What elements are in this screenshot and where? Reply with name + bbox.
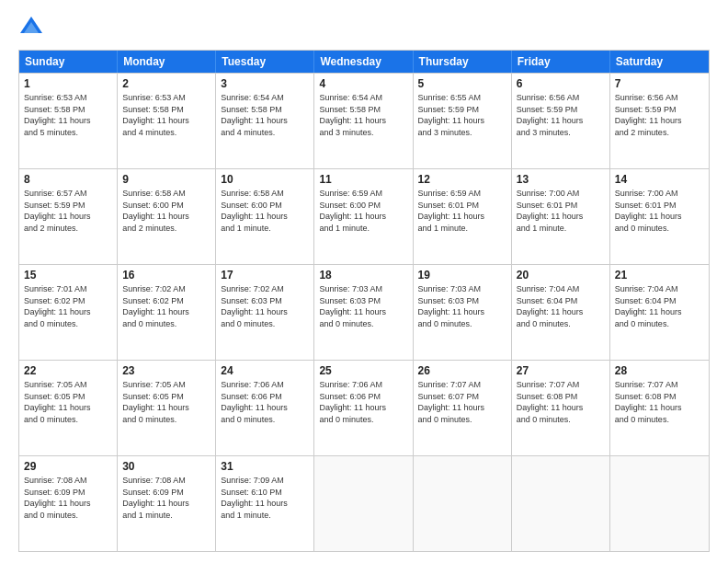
day-info: Sunrise: 6:53 AM Sunset: 5:58 PM Dayligh… [122, 92, 210, 138]
day-number: 11 [319, 173, 407, 186]
calendar-cell: 24Sunrise: 7:06 AM Sunset: 6:06 PM Dayli… [216, 361, 314, 455]
calendar-cell: 25Sunrise: 7:06 AM Sunset: 6:06 PM Dayli… [314, 361, 413, 455]
calendar-cell: 30Sunrise: 7:08 AM Sunset: 6:09 PM Dayli… [118, 456, 216, 551]
day-info: Sunrise: 7:07 AM Sunset: 6:08 PM Dayligh… [615, 379, 704, 425]
calendar-cell: 27Sunrise: 7:07 AM Sunset: 6:08 PM Dayli… [512, 361, 610, 455]
day-number: 14 [615, 173, 704, 186]
calendar-cell: 1Sunrise: 6:53 AM Sunset: 5:58 PM Daylig… [19, 74, 118, 168]
day-info: Sunrise: 7:06 AM Sunset: 6:06 PM Dayligh… [221, 379, 309, 425]
day-info: Sunrise: 7:02 AM Sunset: 6:03 PM Dayligh… [221, 283, 309, 329]
day-number: 15 [24, 269, 112, 282]
day-info: Sunrise: 7:00 AM Sunset: 6:01 PM Dayligh… [517, 188, 605, 234]
calendar-cell: 21Sunrise: 7:04 AM Sunset: 6:04 PM Dayli… [610, 265, 709, 360]
day-number: 18 [319, 269, 407, 282]
day-info: Sunrise: 7:08 AM Sunset: 6:09 PM Dayligh… [24, 475, 112, 521]
day-number: 7 [615, 77, 704, 90]
day-info: Sunrise: 6:59 AM Sunset: 6:01 PM Dayligh… [418, 188, 506, 234]
calendar-cell: 12Sunrise: 6:59 AM Sunset: 6:01 PM Dayli… [414, 169, 512, 264]
calendar-cell [610, 456, 709, 551]
day-info: Sunrise: 7:06 AM Sunset: 6:06 PM Dayligh… [319, 379, 407, 425]
calendar-cell: 22Sunrise: 7:05 AM Sunset: 6:05 PM Dayli… [19, 361, 118, 455]
day-info: Sunrise: 7:07 AM Sunset: 6:07 PM Dayligh… [418, 379, 506, 425]
day-number: 20 [517, 269, 605, 282]
day-number: 23 [122, 364, 210, 377]
day-info: Sunrise: 7:00 AM Sunset: 6:01 PM Dayligh… [615, 188, 704, 234]
calendar-cell: 11Sunrise: 6:59 AM Sunset: 6:00 PM Dayli… [314, 169, 413, 264]
calendar-cell: 7Sunrise: 6:56 AM Sunset: 5:59 PM Daylig… [610, 74, 709, 168]
calendar-cell [314, 456, 413, 551]
calendar-cell: 29Sunrise: 7:08 AM Sunset: 6:09 PM Dayli… [19, 456, 118, 551]
header-day-thursday: Thursday [414, 51, 512, 73]
calendar-cell: 26Sunrise: 7:07 AM Sunset: 6:07 PM Dayli… [414, 361, 512, 455]
day-info: Sunrise: 6:58 AM Sunset: 6:00 PM Dayligh… [221, 188, 309, 234]
day-number: 3 [221, 77, 309, 90]
day-info: Sunrise: 6:56 AM Sunset: 5:59 PM Dayligh… [615, 92, 704, 138]
day-number: 30 [122, 460, 210, 473]
calendar-row-3: 15Sunrise: 7:01 AM Sunset: 6:02 PM Dayli… [19, 264, 709, 360]
day-number: 13 [517, 173, 605, 186]
day-info: Sunrise: 7:07 AM Sunset: 6:08 PM Dayligh… [517, 379, 605, 425]
day-number: 5 [418, 77, 506, 90]
logo-icon [18, 15, 44, 40]
calendar: SundayMondayTuesdayWednesdayThursdayFrid… [18, 50, 710, 552]
calendar-cell: 19Sunrise: 7:03 AM Sunset: 6:03 PM Dayli… [414, 265, 512, 360]
calendar-cell: 9Sunrise: 6:58 AM Sunset: 6:00 PM Daylig… [118, 169, 216, 264]
day-number: 12 [418, 173, 506, 186]
day-number: 8 [24, 173, 112, 186]
calendar-cell: 4Sunrise: 6:54 AM Sunset: 5:58 PM Daylig… [314, 74, 413, 168]
page: SundayMondayTuesdayWednesdayThursdayFrid… [0, 0, 728, 563]
day-info: Sunrise: 7:09 AM Sunset: 6:10 PM Dayligh… [221, 475, 309, 521]
day-info: Sunrise: 7:03 AM Sunset: 6:03 PM Dayligh… [418, 283, 506, 329]
day-number: 22 [24, 364, 112, 377]
day-info: Sunrise: 6:54 AM Sunset: 5:58 PM Dayligh… [319, 92, 407, 138]
calendar-row-4: 22Sunrise: 7:05 AM Sunset: 6:05 PM Dayli… [19, 360, 709, 455]
calendar-header: SundayMondayTuesdayWednesdayThursdayFrid… [19, 51, 709, 73]
calendar-row-1: 1Sunrise: 6:53 AM Sunset: 5:58 PM Daylig… [19, 73, 709, 168]
day-number: 10 [221, 173, 309, 186]
day-number: 4 [319, 77, 407, 90]
calendar-cell: 8Sunrise: 6:57 AM Sunset: 5:59 PM Daylig… [19, 169, 118, 264]
calendar-cell: 2Sunrise: 6:53 AM Sunset: 5:58 PM Daylig… [118, 74, 216, 168]
day-number: 9 [122, 173, 210, 186]
calendar-cell: 5Sunrise: 6:55 AM Sunset: 5:59 PM Daylig… [414, 74, 512, 168]
calendar-cell [512, 456, 610, 551]
calendar-cell: 3Sunrise: 6:54 AM Sunset: 5:58 PM Daylig… [216, 74, 314, 168]
day-info: Sunrise: 7:05 AM Sunset: 6:05 PM Dayligh… [122, 379, 210, 425]
calendar-cell: 15Sunrise: 7:01 AM Sunset: 6:02 PM Dayli… [19, 265, 118, 360]
calendar-cell: 20Sunrise: 7:04 AM Sunset: 6:04 PM Dayli… [512, 265, 610, 360]
day-number: 24 [221, 364, 309, 377]
calendar-body: 1Sunrise: 6:53 AM Sunset: 5:58 PM Daylig… [19, 73, 709, 551]
header-day-friday: Friday [512, 51, 610, 73]
calendar-row-2: 8Sunrise: 6:57 AM Sunset: 5:59 PM Daylig… [19, 168, 709, 264]
calendar-row-5: 29Sunrise: 7:08 AM Sunset: 6:09 PM Dayli… [19, 455, 709, 551]
day-info: Sunrise: 7:01 AM Sunset: 6:02 PM Dayligh… [24, 283, 112, 329]
header-day-sunday: Sunday [19, 51, 118, 73]
calendar-cell: 31Sunrise: 7:09 AM Sunset: 6:10 PM Dayli… [216, 456, 314, 551]
header-day-monday: Monday [118, 51, 216, 73]
day-number: 25 [319, 364, 407, 377]
day-number: 6 [517, 77, 605, 90]
day-info: Sunrise: 6:59 AM Sunset: 6:00 PM Dayligh… [319, 188, 407, 234]
day-number: 31 [221, 460, 309, 473]
calendar-cell: 28Sunrise: 7:07 AM Sunset: 6:08 PM Dayli… [610, 361, 709, 455]
day-info: Sunrise: 7:04 AM Sunset: 6:04 PM Dayligh… [615, 283, 704, 329]
day-info: Sunrise: 7:08 AM Sunset: 6:09 PM Dayligh… [122, 475, 210, 521]
header-day-tuesday: Tuesday [216, 51, 314, 73]
day-number: 26 [418, 364, 506, 377]
calendar-cell: 10Sunrise: 6:58 AM Sunset: 6:00 PM Dayli… [216, 169, 314, 264]
day-number: 27 [517, 364, 605, 377]
logo [18, 15, 48, 40]
calendar-cell: 13Sunrise: 7:00 AM Sunset: 6:01 PM Dayli… [512, 169, 610, 264]
header-day-wednesday: Wednesday [314, 51, 413, 73]
calendar-cell: 18Sunrise: 7:03 AM Sunset: 6:03 PM Dayli… [314, 265, 413, 360]
header [18, 15, 710, 40]
day-info: Sunrise: 7:02 AM Sunset: 6:02 PM Dayligh… [122, 283, 210, 329]
day-info: Sunrise: 6:54 AM Sunset: 5:58 PM Dayligh… [221, 92, 309, 138]
day-number: 1 [24, 77, 112, 90]
calendar-cell: 16Sunrise: 7:02 AM Sunset: 6:02 PM Dayli… [118, 265, 216, 360]
header-day-saturday: Saturday [610, 51, 709, 73]
day-number: 29 [24, 460, 112, 473]
day-number: 28 [615, 364, 704, 377]
day-number: 2 [122, 77, 210, 90]
calendar-cell: 17Sunrise: 7:02 AM Sunset: 6:03 PM Dayli… [216, 265, 314, 360]
